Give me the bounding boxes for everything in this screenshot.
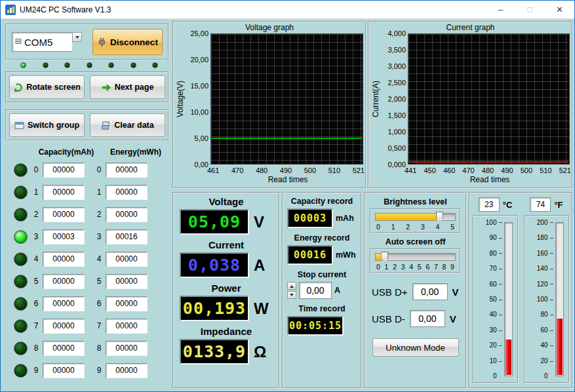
- tick-label: 7: [434, 263, 438, 271]
- window-title: UM24C PC Software V1.3: [20, 5, 111, 14]
- usb-dplus-unit: V: [452, 286, 459, 298]
- tick-label: 490: [501, 167, 513, 174]
- voltage-readout: Voltage 05,09 V: [174, 196, 279, 235]
- group-led: [14, 230, 28, 244]
- tick-label: 470: [231, 167, 243, 174]
- tick-label: 1: [391, 223, 395, 231]
- autooff-slider[interactable]: [375, 253, 456, 261]
- tick-label: 500: [304, 167, 316, 174]
- tick-label: 0: [376, 263, 380, 271]
- power-unit: W: [254, 300, 269, 318]
- titlebar: UM24C PC Software V1.3 – □ ✕: [1, 1, 574, 19]
- autooff-ticks: 0123456789: [375, 263, 456, 271]
- disconnect-label: Disconnect: [110, 37, 158, 47]
- tick-label: 4: [436, 223, 440, 231]
- switch-group-button[interactable]: Switch group: [9, 113, 85, 137]
- group-led: [14, 252, 28, 266]
- minimize-button[interactable]: –: [486, 1, 515, 18]
- capacity-index: 6: [32, 299, 40, 308]
- counter-row: 500000500000: [5, 270, 169, 292]
- counter-row: 400000400000: [5, 248, 169, 270]
- energy-record-display: 00016: [287, 245, 333, 265]
- tick-label: 461: [207, 167, 219, 174]
- tick-label: 0: [544, 372, 548, 380]
- fahrenheit-tube: [555, 222, 564, 376]
- brightness-thumb[interactable]: [436, 212, 443, 223]
- tick-label: 8: [443, 263, 446, 271]
- group-led: [14, 208, 28, 222]
- tick-label: 80: [540, 311, 547, 318]
- tick-label: 2,000: [387, 95, 406, 103]
- impedance-unit: Ω: [254, 343, 266, 361]
- usb-dplus-row: USB D+ 0,00 V: [372, 283, 466, 300]
- capacity-header: Capacity(mAh): [34, 147, 98, 157]
- autooff-thumb[interactable]: [381, 252, 388, 263]
- tick-label: 500: [521, 167, 532, 174]
- fahrenheit-value: 74: [530, 197, 551, 212]
- window-controls: – □ ✕: [486, 1, 574, 18]
- fahrenheit-tick-strip: [550, 222, 553, 376]
- tick-label: 1,500: [387, 111, 406, 119]
- status-led: [43, 62, 49, 68]
- tick-label: 0,000: [387, 161, 406, 168]
- tick-label: 0,500: [387, 144, 406, 152]
- tick-label: 2,500: [387, 79, 406, 87]
- next-page-button[interactable]: Next page: [90, 75, 165, 99]
- status-led: [87, 62, 92, 68]
- stop-current-input[interactable]: 0,00: [299, 282, 332, 299]
- brightness-ticks: 012345: [375, 223, 456, 231]
- tick-label: 80: [489, 250, 496, 257]
- usb-dminus-label: USB D-: [372, 313, 405, 324]
- tick-label: 0: [493, 372, 497, 380]
- current-y-axis-label: Current(A): [371, 33, 380, 165]
- tick-label: 60: [489, 281, 496, 288]
- energy-header: Energy(mWh): [106, 147, 165, 157]
- status-led: [152, 62, 158, 68]
- energy-value: 00000: [106, 252, 148, 267]
- rotate-screen-button[interactable]: Rotate screen: [9, 75, 85, 99]
- status-led: [64, 62, 70, 68]
- impedance-display: 0133,9: [180, 339, 249, 364]
- mode-button[interactable]: Unknown Mode: [372, 338, 459, 357]
- voltage-unit: V: [254, 213, 264, 231]
- voltage-plot: [210, 33, 363, 165]
- capacity-value: 00000: [43, 363, 85, 378]
- tick-label: 30: [489, 326, 496, 334]
- tick-label: 490: [280, 167, 292, 174]
- com-port-dropdown-button[interactable]: [72, 32, 82, 42]
- counter-headers: Capacity(mAh) Energy(mWh): [5, 147, 169, 157]
- tick-label: 160: [537, 250, 548, 257]
- app-icon: [5, 5, 16, 15]
- next-page-label: Next page: [115, 83, 154, 92]
- counter-row: 900000900000: [5, 359, 169, 382]
- close-button[interactable]: ✕: [545, 1, 574, 18]
- maximize-button[interactable]: □: [515, 1, 545, 18]
- spin-down-button[interactable]: [287, 291, 296, 299]
- counter-row: 600000600000: [5, 292, 169, 315]
- celsius-unit: °C: [503, 200, 513, 210]
- clear-data-button[interactable]: Clear data: [90, 113, 165, 137]
- current-x-ticks: 441450460470480490500510521: [405, 167, 571, 174]
- next-arrow-icon: [102, 83, 111, 92]
- com-port-value: COM5: [24, 37, 52, 48]
- chevron-down-icon: [75, 36, 79, 41]
- capacity-value: 00000: [43, 207, 85, 222]
- tick-label: 4,000: [387, 29, 406, 37]
- tick-label: 510: [328, 167, 340, 174]
- current-label: Current: [174, 239, 279, 250]
- temperature-panel: 23 °C 1009080706050403020100 74 °F 2: [469, 192, 573, 389]
- com-port-select[interactable]: COM5: [12, 32, 72, 52]
- spin-up-button[interactable]: [287, 282, 296, 290]
- current-x-axis-label: Read times: [410, 175, 570, 184]
- tick-label: 10,00: [190, 108, 208, 116]
- energy-index: 1: [95, 187, 103, 197]
- brightness-slider[interactable]: [375, 213, 456, 221]
- counter-row: 300003300016: [5, 225, 169, 248]
- usb-dplus-value: 0,00: [412, 283, 448, 300]
- disconnect-button[interactable]: Disconnect: [92, 29, 163, 55]
- energy-index: 8: [95, 343, 103, 353]
- led-row: [20, 62, 158, 68]
- eraser-icon: [101, 121, 111, 130]
- time-record-label: Time record: [283, 304, 361, 313]
- fahrenheit-mercury: [557, 319, 563, 375]
